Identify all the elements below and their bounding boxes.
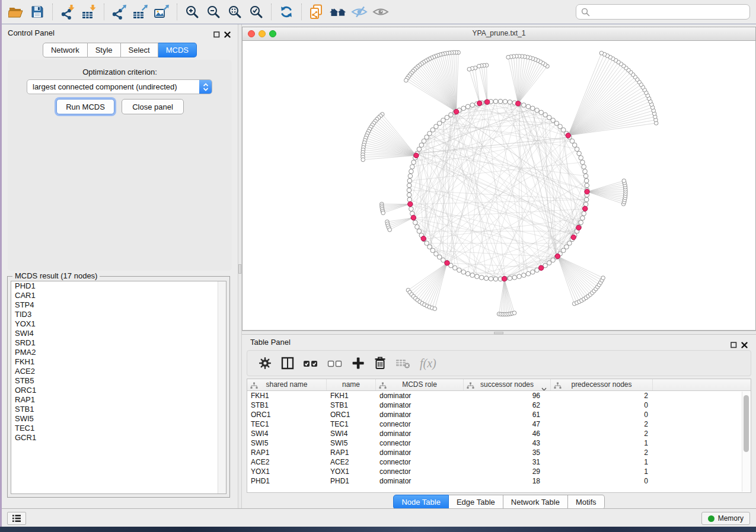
column-header-mcds-role[interactable]: MCDS role: [376, 379, 464, 390]
vertical-splitter[interactable]: [238, 24, 242, 508]
table-row[interactable]: PHD1PHD1dominator180: [247, 476, 751, 486]
control-panel-title: Control Panel: [8, 28, 55, 37]
table-panel: Table Panel: [242, 335, 756, 508]
status-bar: Memory: [2, 508, 756, 527]
mcds-result-item[interactable]: STB5: [11, 376, 226, 386]
mcds-result-item[interactable]: STB1: [11, 405, 226, 414]
mcds-result-item[interactable]: TEC1: [11, 424, 226, 433]
select-stepper[interactable]: [199, 80, 212, 94]
first-neighbors-button[interactable]: [327, 2, 349, 21]
show-columns-button[interactable]: [281, 356, 294, 370]
mcds-list-scrollbar[interactable]: [218, 281, 226, 493]
cell-successor-nodes: 46: [464, 429, 551, 438]
mcds-result-item[interactable]: ORC1: [11, 386, 226, 395]
deselect-all-columns-button[interactable]: [327, 356, 343, 370]
tab-mcds[interactable]: MCDS: [158, 43, 197, 57]
table-row[interactable]: YOX1YOX1connector291: [247, 467, 751, 476]
table-row[interactable]: ORC1ORC1dominator610: [247, 410, 751, 419]
refresh-layout-button[interactable]: [276, 2, 297, 21]
table-settings-button[interactable]: [258, 356, 272, 370]
memory-button[interactable]: Memory: [701, 512, 750, 525]
show-panel-list-button[interactable]: [7, 512, 26, 525]
mcds-result-item[interactable]: PMA2: [11, 348, 226, 357]
tab-edge-table[interactable]: Edge Table: [449, 495, 503, 509]
close-table-panel-button[interactable]: [741, 340, 748, 351]
chevron-down-icon[interactable]: [541, 383, 547, 390]
mcds-result-item[interactable]: RAP1: [11, 395, 226, 405]
cell-successor-nodes: 29: [464, 467, 551, 476]
close-panel-button[interactable]: [224, 30, 231, 40]
duplicate-network-button[interactable]: [306, 2, 327, 21]
close-panel-action-button[interactable]: Close panel: [122, 99, 184, 114]
close-icon: [224, 31, 231, 38]
mcds-result-item[interactable]: FKH1: [11, 357, 226, 367]
network-window-titlebar[interactable]: YPA_prune.txt_1: [243, 27, 755, 41]
optimization-criterion-select[interactable]: largest connected component (undirected): [27, 79, 212, 94]
column-header-successor-nodes[interactable]: successor nodes: [464, 379, 551, 390]
mcds-result-item[interactable]: GCR1: [11, 433, 226, 443]
table-row[interactable]: RAP1RAP1dominator352: [247, 448, 751, 457]
tab-network[interactable]: Network: [43, 43, 88, 57]
table-row[interactable]: TEC1TEC1connector472: [247, 419, 751, 429]
search-input[interactable]: [592, 5, 749, 18]
eye-icon: [372, 5, 389, 18]
network-canvas[interactable]: [243, 40, 755, 330]
zoom-out-button[interactable]: [203, 2, 224, 21]
column-header-filler: [653, 379, 751, 390]
open-file-button[interactable]: [5, 2, 27, 21]
float-panel-button[interactable]: [213, 30, 220, 40]
tab-node-table[interactable]: Node Table: [393, 495, 449, 509]
horizontal-splitter[interactable]: [242, 331, 756, 335]
run-mcds-button[interactable]: Run MCDS: [56, 99, 114, 114]
tab-select[interactable]: Select: [121, 43, 158, 57]
cell-predecessor-nodes: 0: [551, 410, 653, 419]
export-table-button[interactable]: [130, 2, 151, 21]
desktop-wallpaper-strip: [0, 527, 756, 532]
cell-successor-nodes: 61: [464, 410, 551, 419]
tab-style[interactable]: Style: [88, 43, 121, 57]
column-header-predecessor-nodes[interactable]: predecessor nodes: [551, 379, 653, 390]
save-session-button[interactable]: [27, 2, 48, 21]
mcds-result-item[interactable]: SWI4: [11, 329, 226, 338]
column-header-name[interactable]: name: [327, 379, 376, 390]
delete-column-button[interactable]: [374, 356, 387, 370]
hide-selected-button[interactable]: [349, 2, 370, 21]
mcds-result-item[interactable]: STP4: [11, 300, 226, 310]
splitter-handle[interactable]: [238, 264, 241, 274]
table-row[interactable]: FKH1FKH1dominator962: [247, 391, 751, 400]
zoom-fit-button[interactable]: [224, 2, 245, 21]
tab-network-table[interactable]: Network Table: [503, 495, 568, 509]
mcds-result-item[interactable]: SRD1: [11, 338, 226, 348]
select-all-columns-button[interactable]: [303, 356, 318, 370]
mcds-result-item[interactable]: SWI5: [11, 414, 226, 424]
splitter-handle[interactable]: [494, 332, 503, 334]
export-image-button[interactable]: [151, 2, 173, 21]
mcds-result-list[interactable]: PHD1CAR1STP4TID3YOX1SWI4SRD1PMA2FKH1ACE2…: [11, 281, 227, 494]
scrollbar-thumb[interactable]: [744, 395, 749, 452]
mcds-result-item[interactable]: ACE2: [11, 367, 226, 376]
mcds-result-item[interactable]: TID3: [11, 310, 226, 319]
mcds-result-item[interactable]: PHD1: [11, 281, 226, 291]
delete-column-icon: [374, 356, 387, 370]
table-row[interactable]: SWI4SWI4dominator462: [247, 429, 751, 438]
export-network-button[interactable]: [109, 2, 130, 21]
deselect-all-columns-icon: [327, 356, 343, 370]
mcds-result-item[interactable]: CAR1: [11, 291, 226, 300]
tab-motifs[interactable]: Motifs: [568, 495, 605, 509]
table-row[interactable]: ACE2ACE2connector311: [247, 457, 751, 467]
import-table-button[interactable]: [78, 2, 100, 21]
cell-predecessor-nodes: 1: [551, 467, 653, 476]
column-header-shared-name[interactable]: shared name: [247, 379, 327, 390]
search-box[interactable]: [576, 4, 750, 20]
add-column-button[interactable]: [352, 356, 365, 370]
show-all-button[interactable]: [370, 2, 391, 21]
zoom-selected-button[interactable]: [245, 2, 267, 21]
float-table-panel-button[interactable]: [731, 340, 737, 351]
table-row[interactable]: STB1STB1dominator620: [247, 400, 751, 410]
cell-mcds-role: dominator: [376, 476, 464, 486]
mcds-result-item[interactable]: YOX1: [11, 319, 226, 329]
import-network-button[interactable]: [57, 2, 78, 21]
zoom-in-button[interactable]: [181, 2, 203, 21]
table-scrollbar[interactable]: [742, 392, 750, 492]
table-row[interactable]: SWI5SWI5connector431: [247, 438, 751, 448]
